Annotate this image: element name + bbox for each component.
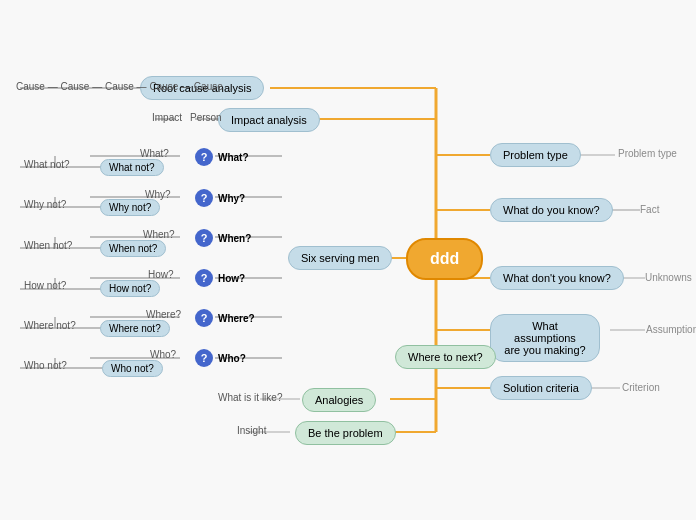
be-the-problem-box: Be the problem bbox=[295, 421, 396, 445]
six-serving-men-node: Six serving men bbox=[288, 246, 392, 270]
how-label-left: How? bbox=[148, 269, 174, 280]
impact-label: Impact bbox=[152, 112, 182, 123]
why-icon-btn[interactable]: ? Why? bbox=[195, 189, 245, 207]
ddd-box: ddd bbox=[406, 238, 483, 280]
impact-analysis-node: Impact analysis bbox=[218, 108, 320, 132]
person-label: Person bbox=[190, 112, 222, 123]
criterion-label: Criterion bbox=[622, 382, 660, 393]
where-not-label-box: Where not? bbox=[100, 320, 170, 337]
what-is-it-like-label: What is it like? bbox=[218, 392, 282, 403]
what-not-label: What not? bbox=[24, 159, 70, 170]
be-the-problem-node: Be the problem bbox=[295, 421, 396, 445]
why-not-label: Why not? bbox=[24, 199, 66, 210]
how-not-label: How not? bbox=[24, 280, 66, 291]
how-not-label-box: How not? bbox=[100, 280, 160, 297]
what-assumptions-node: What assumptions are you making? bbox=[490, 314, 600, 362]
where-to-next-box: Where to next? bbox=[395, 345, 496, 369]
when-icon-btn[interactable]: ? When? bbox=[195, 229, 251, 247]
who-not-label-box: Who not? bbox=[102, 360, 163, 377]
where-not-label: Where not? bbox=[24, 320, 76, 331]
when-label-left: When? bbox=[143, 229, 175, 240]
when-not-label: When not? bbox=[24, 240, 72, 251]
why-not-label-box: Why not? bbox=[100, 199, 160, 216]
what-icon-btn[interactable]: ? What? bbox=[195, 148, 249, 166]
where-label-left: Where? bbox=[146, 309, 181, 320]
what-label-left: What? bbox=[140, 148, 169, 159]
where-icon-btn[interactable]: ? Where? bbox=[195, 309, 255, 327]
problem-type-box: Problem type bbox=[490, 143, 581, 167]
analogies-box: Analogies bbox=[302, 388, 376, 412]
what-dont-you-know-node: What don't you know? bbox=[490, 266, 624, 290]
who-label-left: Who? bbox=[150, 349, 176, 360]
impact-analysis-box: Impact analysis bbox=[218, 108, 320, 132]
problem-type-right-label: Problem type bbox=[618, 148, 677, 159]
problem-type-node: Problem type bbox=[490, 143, 581, 167]
what-not-label-left: What not? bbox=[100, 159, 164, 176]
cause-chain-label: Cause — Cause — Cause — Cause — Cause bbox=[16, 81, 223, 92]
analogies-node: Analogies bbox=[302, 388, 376, 412]
who-not-label: Who not? bbox=[24, 360, 67, 371]
where-to-next-node: Where to next? bbox=[395, 345, 496, 369]
what-do-you-know-box: What do you know? bbox=[490, 198, 613, 222]
what-dont-you-know-box: What don't you know? bbox=[490, 266, 624, 290]
fact-label: Fact bbox=[640, 204, 659, 215]
how-icon-btn[interactable]: ? How? bbox=[195, 269, 245, 287]
unknowns-label: Unknowns bbox=[645, 272, 692, 283]
what-assumptions-box: What assumptions are you making? bbox=[490, 314, 600, 362]
insight-label: Insight bbox=[237, 425, 266, 436]
six-serving-men-box: Six serving men bbox=[288, 246, 392, 270]
solution-criteria-box: Solution criteria bbox=[490, 376, 592, 400]
what-do-you-know-node: What do you know? bbox=[490, 198, 613, 222]
solution-criteria-node: Solution criteria bbox=[490, 376, 592, 400]
assumption-label: Assumption bbox=[646, 324, 696, 335]
who-icon-btn[interactable]: ? Who? bbox=[195, 349, 246, 367]
ddd-node: ddd bbox=[406, 238, 483, 280]
when-not-label-box: When not? bbox=[100, 240, 166, 257]
